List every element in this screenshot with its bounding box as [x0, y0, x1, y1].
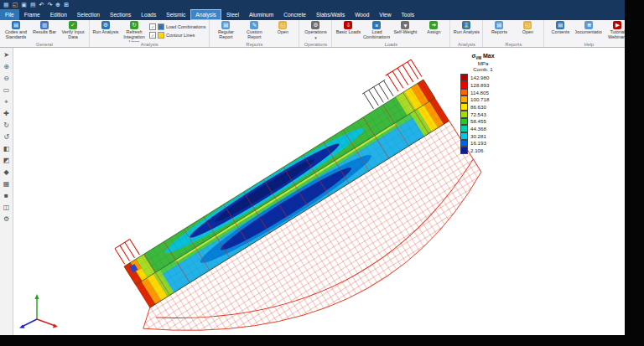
- legend-swatch: [460, 89, 468, 96]
- shaded-icon[interactable]: ■: [1, 190, 12, 201]
- legend-combination: Comb. 1: [455, 66, 511, 72]
- zoom-out-icon[interactable]: ⊖: [1, 73, 12, 84]
- ribbon-button[interactable]: ≣ Documentation: [575, 21, 602, 42]
- ribbon-tab[interactable]: Seismic: [161, 9, 190, 20]
- view-front-icon[interactable]: ◧: [1, 143, 12, 154]
- legend-swatch: [460, 147, 468, 154]
- pan-icon[interactable]: ✚: [1, 108, 12, 119]
- section-icon[interactable]: ◫: [1, 202, 12, 213]
- ribbon-tab[interactable]: Selection: [72, 9, 105, 20]
- ribbon-button[interactable]: ▤ Regular Report: [212, 21, 239, 42]
- contents-icon: ▤: [556, 21, 564, 29]
- documentation-icon: ≣: [584, 21, 593, 29]
- legend-swatch: [460, 140, 468, 147]
- view-iso-icon[interactable]: ◆: [1, 167, 12, 178]
- ribbon-checkbox-row[interactable]: ✓ Contour Lines: [149, 32, 205, 39]
- select-icon[interactable]: ➤: [1, 49, 12, 60]
- reports-icon: ▤: [495, 21, 503, 29]
- legend-title: σVMMax: [455, 53, 511, 60]
- zoom-icon[interactable]: ⊕: [55, 2, 60, 8]
- ribbon-button[interactable]: ≡ Load Combinations: [363, 21, 390, 42]
- ribbon-button[interactable]: ⌛ Run Analysis: [453, 21, 480, 42]
- ribbon-tab[interactable]: Aluminum: [244, 9, 278, 20]
- open-file-icon[interactable]: ◱: [13, 2, 18, 8]
- ribbon-tab[interactable]: Steel: [221, 9, 244, 20]
- ribbon-group-reports: ▤ Regular Report ✎ Custom Report ◱ Open …: [210, 20, 299, 47]
- ribbon-button[interactable]: ▶ Tutorial Webinars: [604, 21, 625, 42]
- ribbon-button[interactable]: ➔ Assign: [420, 21, 447, 42]
- group-label: Help: [544, 42, 625, 47]
- ribbon-button[interactable]: ▼ Self-Weight: [392, 21, 418, 42]
- ribbon-button[interactable]: ▤ Codes and Standards: [3, 21, 29, 42]
- color-chip-icon: [158, 32, 164, 39]
- ribbon-button[interactable]: ▥ Results Bar: [31, 21, 58, 42]
- run-analysis-hourglass-icon: ⌛: [462, 21, 470, 29]
- undo-icon[interactable]: ↶: [39, 2, 44, 8]
- basic-loads-icon: ⇩: [344, 21, 352, 29]
- group-label: Operations: [299, 42, 331, 47]
- ribbon-group-reports-2: ▤ Reports ◱ Open Reports: [483, 20, 544, 47]
- group-label: Analysis: [90, 42, 209, 47]
- legend-entry: 16.193: [460, 140, 511, 147]
- ribbon-button[interactable]: ▤ Reports: [486, 21, 512, 42]
- ribbon-tab[interactable]: Edition: [45, 9, 72, 20]
- group-label: Loads: [332, 42, 449, 47]
- ribbon-tab[interactable]: Wood: [350, 9, 374, 20]
- window-bottom-edge: [0, 335, 644, 346]
- legend-swatch: [460, 81, 468, 89]
- ribbon-tab[interactable]: Tools: [397, 9, 419, 20]
- ribbon-tab[interactable]: Loads: [136, 9, 161, 20]
- legend-entry: 58.455: [460, 118, 511, 126]
- legend-entry: 86.630: [460, 103, 511, 111]
- model-canvas[interactable]: σVMMax MPa Comb. 1 142.980 128.893: [13, 48, 625, 335]
- settings-icon[interactable]: ⚙: [1, 214, 12, 225]
- ribbon: ▤ Codes and Standards ▥ Results Bar ✓ Ve…: [0, 20, 625, 48]
- redo-icon[interactable]: ↷: [47, 2, 52, 8]
- model-viewport[interactable]: [13, 48, 625, 335]
- titlebar: ▦ ◱ ▣ ▤ ↶ ↷ ⊕ ⊞: [0, 0, 625, 9]
- legend-entry: 44.368: [460, 125, 511, 132]
- codes-standards-icon: ▤: [12, 21, 20, 29]
- legend-unit: MPa: [455, 60, 511, 66]
- ribbon-checkbox-row[interactable]: ✓ Load Combinations: [149, 23, 205, 30]
- ribbon-button[interactable]: ◱ Open: [269, 21, 296, 42]
- ribbon-button[interactable]: ⚙ Run Analysis: [92, 21, 119, 42]
- legend-swatch: [460, 74, 468, 81]
- assign-icon: ➔: [429, 21, 438, 29]
- ribbon-group-operations: ⚙ Operations ▾ Operations: [299, 20, 332, 47]
- ribbon-tab[interactable]: File: [0, 9, 19, 20]
- rotate-icon[interactable]: ↻: [1, 120, 12, 131]
- print-icon[interactable]: ▤: [30, 2, 36, 8]
- orbit-icon[interactable]: ↺: [1, 132, 12, 142]
- window-right-edge: [625, 0, 644, 346]
- ribbon-button[interactable]: ⚙ Operations ▾: [302, 21, 329, 42]
- ribbon-button[interactable]: ▤ Contents: [547, 21, 574, 42]
- save-icon[interactable]: ▣: [21, 2, 27, 8]
- ribbon-tab[interactable]: Concrete: [278, 9, 311, 20]
- ribbon-button[interactable]: ⇩ Basic Loads: [335, 21, 361, 42]
- ribbon-tab[interactable]: Sections: [105, 9, 136, 20]
- ribbon-button[interactable]: ✎ Custom Report: [241, 21, 267, 42]
- zoom-in-icon[interactable]: ⊕: [1, 61, 12, 72]
- grid-icon[interactable]: ⊞: [64, 2, 69, 8]
- ribbon-tab[interactable]: Frame: [19, 9, 45, 20]
- zoom-extents-icon[interactable]: ⌖: [1, 96, 12, 107]
- zoom-window-icon[interactable]: ▭: [1, 85, 12, 96]
- operations-icon: ⚙: [311, 21, 319, 29]
- ribbon-button[interactable]: ◱ Open: [514, 21, 541, 42]
- results-bar-icon: ▥: [40, 21, 49, 29]
- legend-swatch: [460, 132, 468, 140]
- ribbon-tab[interactable]: Slabs/Walls: [311, 9, 350, 20]
- ribbon-button[interactable]: ↻ Refresh Integration Lines: [121, 21, 148, 42]
- legend-swatch: [460, 125, 468, 132]
- app-icon[interactable]: ▦: [3, 2, 9, 8]
- legend-entry: 2.106: [460, 147, 511, 154]
- ribbon-tab[interactable]: View: [374, 9, 396, 20]
- ribbon-tab[interactable]: Analysis: [190, 9, 221, 20]
- legend-swatch: [460, 111, 468, 118]
- wireframe-icon[interactable]: ▦: [1, 178, 12, 189]
- ribbon-button[interactable]: ✓ Verify Input Data: [60, 21, 86, 42]
- open-icon: ◱: [523, 21, 532, 29]
- view-top-icon[interactable]: ◩: [1, 155, 12, 166]
- legend-swatch: [460, 118, 468, 126]
